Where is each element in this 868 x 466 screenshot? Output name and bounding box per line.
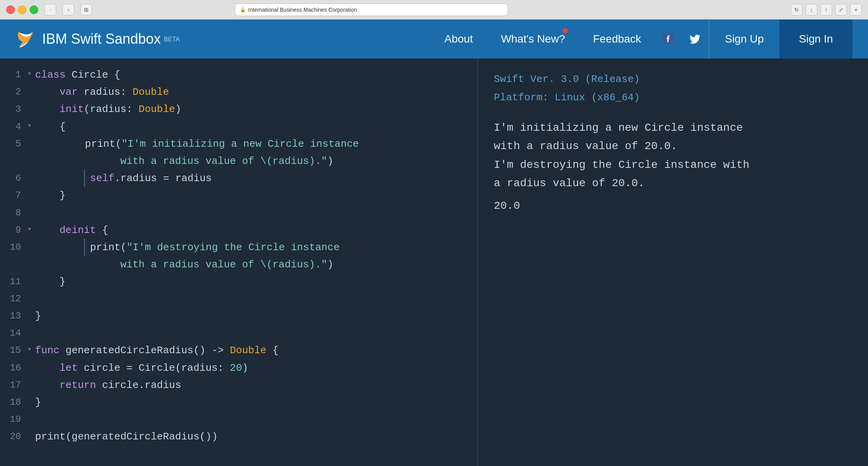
- lock-icon: 🔒: [240, 7, 246, 12]
- output-line-1: I'm initializing a new Circle instance: [494, 119, 852, 137]
- fullscreen-button[interactable]: ⤢: [835, 4, 847, 16]
- code-line-14: 14: [0, 325, 477, 342]
- code-line-16: 16 let circle = Circle(radius: 20): [0, 359, 477, 377]
- output-line-2: with a radius value of 20.0.: [494, 137, 852, 156]
- code-line-17: 17 return circle.radius: [0, 377, 477, 394]
- address-bar[interactable]: 🔒 International Business Machines Corpor…: [235, 4, 508, 16]
- code-line-18: 18 }: [0, 394, 477, 411]
- code-line-12: 12: [0, 290, 477, 308]
- window-chrome: ‹ › ⊞ 🔒 International Business Machines …: [0, 0, 868, 20]
- download-button[interactable]: ↓: [806, 4, 817, 16]
- back-button[interactable]: ‹: [44, 4, 56, 16]
- output-line-5: 20.0: [494, 197, 852, 215]
- nav-feedback[interactable]: Feedback: [579, 20, 655, 59]
- code-line-19: 19: [0, 411, 477, 428]
- code-line-10: 10 print("I'm destroying the Circle inst…: [0, 239, 477, 273]
- output-text: I'm initializing a new Circle instance w…: [494, 119, 852, 215]
- sidebar-button[interactable]: ⊞: [80, 4, 92, 16]
- code-line-3: 3 init(radius: Double): [0, 101, 477, 118]
- version-line2: Platform: Linux (x86_64): [494, 89, 852, 107]
- nav-whats-new[interactable]: What's New?: [487, 20, 579, 59]
- app-title-text: IBM Swift SandboxBETA: [42, 31, 180, 47]
- url-text: International Business Machines Corporat…: [248, 7, 357, 13]
- code-editor-pane[interactable]: 1 ▾ class Circle { 2 var radius: Double …: [0, 59, 477, 466]
- twitter-link[interactable]: [682, 20, 709, 59]
- code-line-15: 15 ▾ func generatedCircleRadius() -> Dou…: [0, 342, 477, 359]
- facebook-link[interactable]: [655, 20, 682, 59]
- toolbar-actions: ↻ ↓ ↑ ⤢ +: [791, 4, 862, 16]
- reload-button[interactable]: ↻: [791, 4, 802, 16]
- signin-button[interactable]: Sign In: [779, 20, 852, 59]
- version-line1: Swift Ver. 3.0 (Release): [494, 70, 852, 89]
- app-navbar: IBM Swift SandboxBETA About What's New? …: [0, 20, 868, 59]
- code-line-5: 5 print("I'm initializing a new Circle i…: [0, 135, 477, 170]
- twitter-icon: [689, 34, 701, 44]
- code-line-1: 1 ▾ class Circle {: [0, 66, 477, 84]
- close-button[interactable]: [6, 5, 15, 14]
- output-line-3: I'm destroying the Circle instance with: [494, 156, 852, 174]
- code-line-7: 7 }: [0, 187, 477, 204]
- code-line-4: 4 ▾ {: [0, 118, 477, 135]
- whats-new-wrapper: What's New?: [487, 20, 579, 59]
- code-line-20: 20 print(generatedCircleRadius()): [0, 428, 477, 445]
- output-version: Swift Ver. 3.0 (Release) Platform: Linux…: [494, 70, 852, 107]
- minimize-button[interactable]: [18, 5, 27, 14]
- nav-about[interactable]: About: [430, 20, 487, 59]
- output-line-4: a radius value of 20.0.: [494, 174, 852, 193]
- maximize-button[interactable]: [30, 5, 38, 14]
- output-pane: Swift Ver. 3.0 (Release) Platform: Linux…: [478, 59, 868, 466]
- code-line-13: 13 }: [0, 308, 477, 325]
- main-content: 1 ▾ class Circle { 2 var radius: Double …: [0, 59, 868, 466]
- forward-button[interactable]: ›: [62, 4, 74, 16]
- code-line-6: 6 self.radius = radius: [0, 170, 477, 187]
- share-button[interactable]: ↑: [820, 4, 832, 16]
- code-line-2: 2 var radius: Double: [0, 84, 477, 101]
- facebook-icon: [663, 34, 674, 44]
- new-tab-button[interactable]: +: [850, 4, 862, 16]
- signup-button[interactable]: Sign Up: [709, 20, 779, 59]
- swift-logo-icon: [16, 29, 36, 49]
- app-logo: IBM Swift SandboxBETA: [16, 29, 180, 49]
- code-line-9: 9 ▾ deinit {: [0, 222, 477, 239]
- code-line-8: 8: [0, 205, 477, 222]
- code-line-11: 11 }: [0, 273, 477, 290]
- nav-links: About What's New? Feedback Sign Up Sign …: [430, 20, 852, 59]
